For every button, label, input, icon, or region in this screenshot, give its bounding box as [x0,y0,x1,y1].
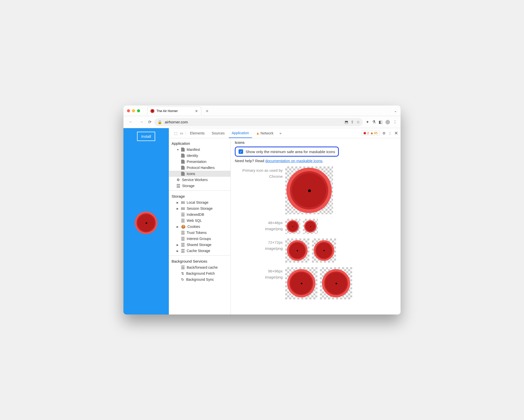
webpage-viewport: Install [123,128,169,314]
reload-button[interactable]: ⟳ [148,120,151,124]
file-icon [181,148,185,152]
icon-preview [320,267,352,299]
sidebar-item-indexeddb[interactable]: IndexedDB [169,212,231,218]
close-tab-button[interactable]: ✕ [195,109,198,113]
tab-elements[interactable]: Elements [187,129,208,138]
maskable-checkbox-row[interactable]: ✓ Show only the minimum safe area for ma… [235,147,339,157]
side-panel-icon[interactable]: ◧ [379,120,382,124]
sidebar-item-bg-sync[interactable]: ↻Background Sync [169,276,231,283]
sidebar-item-protocol-handlers[interactable]: Protocol Handlers [169,165,231,171]
chevron-right-icon: ▶ [177,250,179,252]
file-icon [181,166,185,170]
inspect-tools: ⬚ ▭ [172,131,186,135]
sidebar-item-service-workers[interactable]: ⚙Service Workers [169,177,231,183]
sidebar-item-presentation[interactable]: Presentation [169,159,231,165]
database-icon [181,249,185,253]
icon-label: 96×96px image/png [235,267,283,280]
favicon [150,109,154,113]
chrome-menu-icon[interactable]: ⋮ [393,120,397,124]
omnibox[interactable]: 🔒 airhorner.com ⬒ ⇪ ☆ [154,118,363,126]
close-devtools-button[interactable]: ✕ [394,130,398,136]
more-tabs-button[interactable]: » [277,131,283,135]
forward-button[interactable]: → [138,118,145,126]
air-horn-graphic[interactable] [135,212,157,234]
chrome-actions: ✦ ⚗ ◧ ⋮ [366,120,397,124]
tab-search-button[interactable]: ⌄ [394,109,397,113]
help-link[interactable]: documentation on maskable icons [265,159,322,163]
sidebar-item-shared-storage[interactable]: ▶Shared Storage [169,242,231,248]
database-icon [181,219,185,222]
icon-label: 72×72px image/png [235,238,283,252]
close-window-button[interactable] [127,109,130,112]
warning-icon: ▲ [256,131,259,135]
new-tab-button[interactable]: ＋ [205,108,209,114]
share-icon[interactable]: ⇪ [351,120,354,124]
icon-row-96: 96×96px image/png [235,267,397,299]
fetch-icon: ⇅ [181,271,184,275]
database-icon [181,231,185,234]
back-button[interactable]: ← [127,118,135,126]
devtools-panel: ⬚ ▭ Elements Sources Application ▲Networ… [169,128,401,314]
sidebar-item-icons[interactable]: Icons [169,171,231,177]
table-icon [181,201,185,204]
application-sidebar: Application ▼Manifest Identity Presentat… [169,138,231,314]
inspect-element-icon[interactable]: ⬚ [174,131,177,135]
install-pwa-icon[interactable]: ⬒ [345,120,348,124]
window-controls [127,109,140,112]
minimize-window-button[interactable] [132,109,135,112]
tab-application[interactable]: Application [229,128,252,138]
devtools-menu-icon[interactable]: ⋮ [388,131,392,135]
sidebar-item-trust-tokens[interactable]: Trust Tokens [169,230,231,236]
icon-preview [303,219,318,234]
issue-counter[interactable]: 2 85 [361,130,380,136]
bookmark-icon[interactable]: ☆ [356,120,360,124]
sidebar-item-bg-fetch[interactable]: ⇅Background Fetch [169,270,231,276]
sidebar-item-websql[interactable]: Web SQL [169,218,231,224]
icon-preview [285,238,309,263]
gear-icon: ⚙ [177,178,180,182]
install-button[interactable]: Install [137,132,155,141]
database-icon [181,213,185,216]
lock-icon: 🔒 [157,120,162,124]
table-icon [181,207,185,210]
icon-preview [285,219,300,234]
database-icon [181,243,185,247]
checkbox-label: Show only the minimum safe area for mask… [246,150,335,154]
browser-tab[interactable]: The Air Horner ✕ [147,107,201,115]
device-toolbar-icon[interactable]: ▭ [180,131,183,135]
sidebar-item-identity[interactable]: Identity [169,153,231,159]
chevron-right-icon: ▶ [177,207,179,210]
sidebar-item-back-fwd-cache[interactable]: Back/forward cache [169,264,231,270]
database-icon [181,237,185,240]
browser-window: The Air Horner ✕ ＋ ⌄ ← → ⟳ 🔒 airhorner.c… [123,106,401,314]
tab-sources[interactable]: Sources [209,129,227,138]
chevron-right-icon: ▶ [177,201,179,204]
icon-label: 48×48px image/png [235,219,283,232]
settings-icon[interactable]: ⚙ [382,131,386,135]
sidebar-item-session-storage[interactable]: ▶Session Storage [169,205,231,212]
tab-network[interactable]: ▲Network [253,129,276,138]
sidebar-item-interest-groups[interactable]: Interest Groups [169,236,231,242]
omnibox-actions: ⬒ ⇪ ☆ [345,120,360,124]
database-icon [181,266,185,269]
maximize-window-button[interactable] [137,109,140,112]
sidebar-item-cookies[interactable]: ▶🍪Cookies [169,224,231,230]
icons-panel: Icons ✓ Show only the minimum safe area … [231,138,401,314]
extensions-icon[interactable]: ✦ [366,120,369,124]
icon-row-72: 72×72px image/png [235,238,397,263]
chevron-down-icon: ▼ [177,148,179,151]
icon-preview [285,267,317,299]
sidebar-item-local-storage[interactable]: ▶Local Storage [169,199,231,205]
checkbox-checked-icon[interactable]: ✓ [239,149,243,154]
sidebar-item-storage[interactable]: Storage [169,183,231,189]
sync-icon: ↻ [181,277,184,282]
labs-icon[interactable]: ⚗ [372,120,376,124]
icon-preview [312,238,336,263]
sidebar-item-cache-storage[interactable]: ▶Cache Storage [169,248,231,254]
help-text: Need help? Read documentation on maskabl… [235,159,397,163]
chevron-right-icon: ▶ [177,225,179,228]
sidebar-item-manifest[interactable]: ▼Manifest [169,147,231,153]
profile-avatar[interactable] [385,120,390,124]
icon-label: Primary icon as used by Chrome [235,166,283,180]
sidebar-section-storage: Storage [169,192,231,199]
